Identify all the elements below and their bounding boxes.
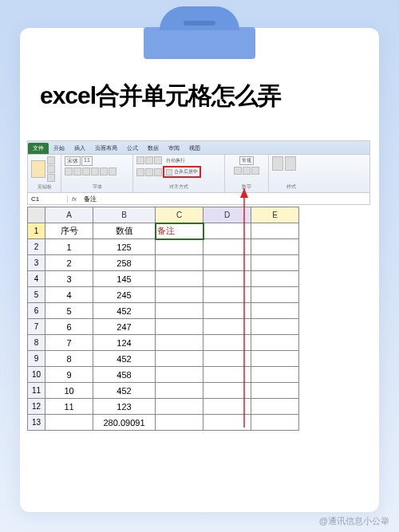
cell[interactable] [203, 271, 251, 287]
cell[interactable]: 10 [45, 383, 93, 399]
cell[interactable]: 125 [93, 239, 156, 255]
paste-icon[interactable] [31, 160, 45, 178]
cell[interactable] [156, 255, 203, 271]
row-7[interactable]: 7 [28, 319, 45, 335]
comma-icon[interactable] [251, 167, 259, 175]
cell[interactable]: 5 [45, 303, 93, 319]
cell[interactable] [203, 399, 251, 415]
row-3[interactable]: 3 [28, 255, 45, 271]
row-8[interactable]: 8 [28, 335, 45, 351]
table-format-icon[interactable] [285, 156, 296, 171]
cell[interactable] [45, 415, 93, 431]
tab-data[interactable]: 数据 [143, 143, 164, 154]
cell[interactable]: 1 [45, 239, 93, 255]
tab-file[interactable]: 文件 [28, 143, 49, 154]
row-13[interactable]: 13 [28, 415, 45, 431]
cell[interactable]: 258 [93, 255, 156, 271]
font-name[interactable]: 宋体 [65, 156, 81, 166]
formula-input[interactable]: 备注 [81, 195, 97, 203]
cell[interactable] [156, 287, 203, 303]
row-1[interactable]: 1 [28, 223, 45, 239]
cell[interactable] [203, 319, 251, 335]
cell[interactable]: 8 [45, 351, 93, 367]
cell[interactable] [156, 367, 203, 383]
row-4[interactable]: 4 [28, 271, 45, 287]
cell[interactable]: 数值 [93, 223, 156, 239]
cell[interactable] [156, 335, 203, 351]
col-A[interactable]: A [45, 207, 93, 223]
cell[interactable]: 7 [45, 335, 93, 351]
tab-view[interactable]: 视图 [184, 143, 205, 154]
cell[interactable] [251, 319, 299, 335]
number-format[interactable]: 常规 [239, 156, 254, 165]
italic-icon[interactable] [73, 167, 81, 175]
cell[interactable]: 124 [93, 335, 156, 351]
cell[interactable] [203, 303, 251, 319]
cell[interactable] [251, 239, 299, 255]
font-size[interactable]: 11 [81, 156, 93, 166]
cell[interactable] [251, 335, 299, 351]
cell[interactable] [203, 383, 251, 399]
cell[interactable] [156, 399, 203, 415]
cell[interactable]: 452 [93, 383, 156, 399]
select-all-corner[interactable] [28, 207, 45, 223]
cell[interactable] [203, 367, 251, 383]
cond-format-icon[interactable] [272, 156, 283, 171]
cell[interactable]: 280.09091 [93, 415, 156, 431]
cell[interactable]: 458 [93, 367, 156, 383]
row-5[interactable]: 5 [28, 287, 45, 303]
cell[interactable]: 9 [45, 367, 93, 383]
cell[interactable] [251, 271, 299, 287]
cell[interactable]: 6 [45, 319, 93, 335]
font-color-icon[interactable] [109, 167, 117, 175]
cell[interactable]: 247 [93, 319, 156, 335]
cell[interactable]: 145 [93, 271, 156, 287]
row-6[interactable]: 6 [28, 303, 45, 319]
tab-formula[interactable]: 公式 [122, 143, 143, 154]
cell[interactable] [251, 223, 299, 239]
col-B[interactable]: B [93, 207, 156, 223]
cell[interactable] [156, 383, 203, 399]
align-left-icon[interactable] [136, 168, 144, 176]
underline-icon[interactable] [82, 167, 90, 175]
col-C[interactable]: C [156, 207, 203, 223]
cell[interactable]: 序号 [45, 223, 93, 239]
col-E[interactable]: E [251, 207, 299, 223]
cell[interactable]: 452 [93, 351, 156, 367]
cell[interactable] [156, 351, 203, 367]
cell[interactable] [251, 351, 299, 367]
cell[interactable] [203, 223, 251, 239]
cell[interactable] [203, 335, 251, 351]
align-bot-icon[interactable] [154, 156, 162, 164]
cell[interactable] [203, 255, 251, 271]
cell[interactable]: 4 [45, 287, 93, 303]
cell[interactable]: 3 [45, 271, 93, 287]
cell-selected[interactable]: 备注 [156, 223, 203, 239]
fill-color-icon[interactable] [100, 167, 108, 175]
cell[interactable]: 123 [93, 399, 156, 415]
cell[interactable]: 245 [93, 287, 156, 303]
align-right-icon[interactable] [154, 168, 162, 176]
currency-icon[interactable] [234, 167, 242, 175]
tab-insert[interactable]: 插入 [69, 143, 90, 154]
name-box[interactable]: C1 [28, 195, 68, 203]
cell[interactable]: 11 [45, 399, 93, 415]
cut-icon[interactable] [47, 156, 55, 164]
cell[interactable] [203, 287, 251, 303]
cell[interactable] [203, 415, 251, 431]
cell[interactable] [251, 287, 299, 303]
tab-review[interactable]: 审阅 [164, 143, 184, 154]
tab-layout[interactable]: 页面布局 [90, 143, 122, 154]
percent-icon[interactable] [243, 167, 251, 175]
cell[interactable] [156, 271, 203, 287]
cell[interactable]: 452 [93, 303, 156, 319]
wrap-text-button[interactable]: 自动换行 [166, 157, 185, 164]
cell[interactable] [156, 239, 203, 255]
cell[interactable] [156, 319, 203, 335]
fx-icon[interactable]: fx [68, 195, 81, 203]
row-12[interactable]: 12 [28, 399, 45, 415]
cell[interactable] [156, 303, 203, 319]
align-mid-icon[interactable] [145, 156, 153, 164]
cell[interactable]: 2 [45, 255, 93, 271]
row-9[interactable]: 9 [28, 351, 45, 367]
